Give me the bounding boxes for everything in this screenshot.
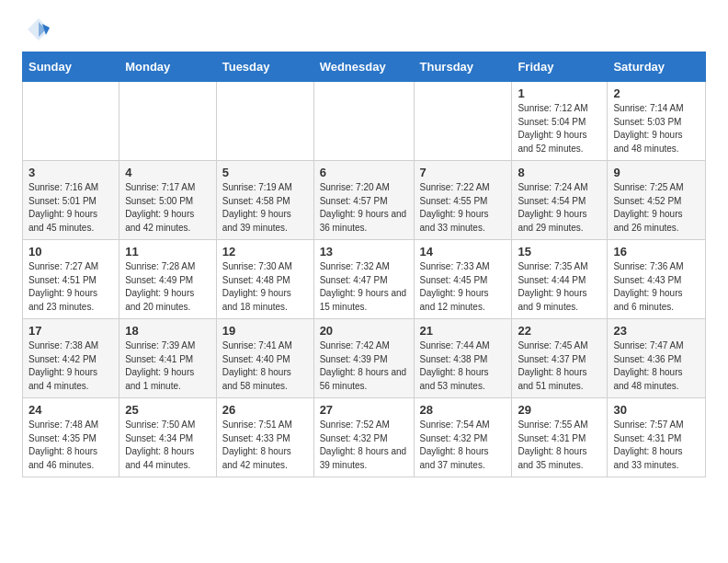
day-info: Sunrise: 7:14 AM Sunset: 5:03 PM Dayligh… xyxy=(613,103,683,154)
day-number: 1 xyxy=(518,86,601,100)
calendar-header-row: SundayMondayTuesdayWednesdayThursdayFrid… xyxy=(23,52,706,82)
day-number: 29 xyxy=(518,403,601,417)
day-number: 12 xyxy=(222,245,308,259)
day-number: 27 xyxy=(320,403,408,417)
day-number: 26 xyxy=(222,403,308,417)
day-info: Sunrise: 7:27 AM Sunset: 4:51 PM Dayligh… xyxy=(28,261,98,312)
day-number: 9 xyxy=(613,166,700,179)
calendar-week-row: 10Sunrise: 7:27 AM Sunset: 4:51 PM Dayli… xyxy=(23,240,706,319)
calendar-cell xyxy=(216,82,313,161)
day-info: Sunrise: 7:47 AM Sunset: 4:36 PM Dayligh… xyxy=(613,340,683,391)
day-of-week-header: Wednesday xyxy=(313,52,414,82)
calendar-cell xyxy=(119,82,217,161)
calendar-cell: 4Sunrise: 7:17 AM Sunset: 5:00 PM Daylig… xyxy=(119,161,217,240)
day-of-week-header: Monday xyxy=(119,52,217,82)
calendar-cell: 10Sunrise: 7:27 AM Sunset: 4:51 PM Dayli… xyxy=(23,240,119,319)
calendar-cell: 11Sunrise: 7:28 AM Sunset: 4:49 PM Dayli… xyxy=(119,240,217,319)
calendar-week-row: 3Sunrise: 7:16 AM Sunset: 5:01 PM Daylig… xyxy=(23,161,706,240)
day-number: 18 xyxy=(125,324,210,338)
day-of-week-header: Thursday xyxy=(414,52,512,82)
day-of-week-header: Friday xyxy=(512,52,608,82)
day-number: 23 xyxy=(613,324,700,338)
day-info: Sunrise: 7:35 AM Sunset: 4:44 PM Dayligh… xyxy=(518,261,587,312)
day-info: Sunrise: 7:32 AM Sunset: 4:47 PM Dayligh… xyxy=(320,261,407,312)
calendar-cell: 14Sunrise: 7:33 AM Sunset: 4:45 PM Dayli… xyxy=(414,240,512,319)
day-number: 16 xyxy=(613,245,700,259)
day-number: 15 xyxy=(518,245,601,259)
calendar-wrapper: SundayMondayTuesdayWednesdayThursdayFrid… xyxy=(0,52,728,488)
day-number: 6 xyxy=(320,166,408,179)
day-number: 3 xyxy=(28,166,113,179)
calendar-week-row: 1Sunrise: 7:12 AM Sunset: 5:04 PM Daylig… xyxy=(23,82,706,161)
calendar-cell: 26Sunrise: 7:51 AM Sunset: 4:33 PM Dayli… xyxy=(216,398,313,477)
day-info: Sunrise: 7:45 AM Sunset: 4:37 PM Dayligh… xyxy=(518,340,587,391)
day-info: Sunrise: 7:12 AM Sunset: 5:04 PM Dayligh… xyxy=(518,103,587,154)
calendar-cell: 27Sunrise: 7:52 AM Sunset: 4:32 PM Dayli… xyxy=(313,398,414,477)
calendar-cell: 13Sunrise: 7:32 AM Sunset: 4:47 PM Dayli… xyxy=(313,240,414,319)
page-header xyxy=(0,0,728,52)
calendar-cell: 2Sunrise: 7:14 AM Sunset: 5:03 PM Daylig… xyxy=(608,82,706,161)
calendar-week-row: 17Sunrise: 7:38 AM Sunset: 4:42 PM Dayli… xyxy=(23,319,706,398)
calendar-cell: 12Sunrise: 7:30 AM Sunset: 4:48 PM Dayli… xyxy=(216,240,313,319)
day-info: Sunrise: 7:33 AM Sunset: 4:45 PM Dayligh… xyxy=(420,261,490,312)
day-number: 24 xyxy=(28,403,113,417)
day-info: Sunrise: 7:52 AM Sunset: 4:32 PM Dayligh… xyxy=(320,419,407,470)
day-info: Sunrise: 7:30 AM Sunset: 4:48 PM Dayligh… xyxy=(222,261,292,312)
day-number: 14 xyxy=(420,245,506,259)
day-of-week-header: Saturday xyxy=(608,52,706,82)
day-info: Sunrise: 7:41 AM Sunset: 4:40 PM Dayligh… xyxy=(222,340,292,391)
calendar-cell: 19Sunrise: 7:41 AM Sunset: 4:40 PM Dayli… xyxy=(216,319,313,398)
calendar-cell: 21Sunrise: 7:44 AM Sunset: 4:38 PM Dayli… xyxy=(414,319,512,398)
day-number: 2 xyxy=(613,86,700,100)
calendar-cell xyxy=(414,82,512,161)
calendar-cell: 1Sunrise: 7:12 AM Sunset: 5:04 PM Daylig… xyxy=(512,82,608,161)
day-info: Sunrise: 7:25 AM Sunset: 4:52 PM Dayligh… xyxy=(613,182,683,233)
day-info: Sunrise: 7:48 AM Sunset: 4:35 PM Dayligh… xyxy=(28,419,98,470)
calendar-week-row: 24Sunrise: 7:48 AM Sunset: 4:35 PM Dayli… xyxy=(23,398,706,477)
calendar-cell: 7Sunrise: 7:22 AM Sunset: 4:55 PM Daylig… xyxy=(414,161,512,240)
calendar-cell: 23Sunrise: 7:47 AM Sunset: 4:36 PM Dayli… xyxy=(608,319,706,398)
calendar-cell xyxy=(23,82,119,161)
calendar-cell: 28Sunrise: 7:54 AM Sunset: 4:32 PM Dayli… xyxy=(414,398,512,477)
day-info: Sunrise: 7:42 AM Sunset: 4:39 PM Dayligh… xyxy=(320,340,407,391)
day-info: Sunrise: 7:17 AM Sunset: 5:00 PM Dayligh… xyxy=(125,182,195,233)
day-info: Sunrise: 7:19 AM Sunset: 4:58 PM Dayligh… xyxy=(222,182,292,233)
calendar-cell: 29Sunrise: 7:55 AM Sunset: 4:31 PM Dayli… xyxy=(512,398,608,477)
calendar-cell xyxy=(313,82,414,161)
calendar-cell: 9Sunrise: 7:25 AM Sunset: 4:52 PM Daylig… xyxy=(608,161,706,240)
calendar-cell: 18Sunrise: 7:39 AM Sunset: 4:41 PM Dayli… xyxy=(119,319,217,398)
day-number: 4 xyxy=(125,166,210,179)
day-number: 11 xyxy=(125,245,210,259)
day-number: 21 xyxy=(420,324,506,338)
calendar-table: SundayMondayTuesdayWednesdayThursdayFrid… xyxy=(22,52,706,477)
calendar-cell: 22Sunrise: 7:45 AM Sunset: 4:37 PM Dayli… xyxy=(512,319,608,398)
day-number: 22 xyxy=(518,324,601,338)
day-info: Sunrise: 7:54 AM Sunset: 4:32 PM Dayligh… xyxy=(420,419,490,470)
day-info: Sunrise: 7:39 AM Sunset: 4:41 PM Dayligh… xyxy=(125,340,195,391)
day-number: 5 xyxy=(222,166,308,179)
day-number: 20 xyxy=(320,324,408,338)
day-info: Sunrise: 7:16 AM Sunset: 5:01 PM Dayligh… xyxy=(28,182,98,233)
day-number: 25 xyxy=(125,403,210,417)
day-of-week-header: Sunday xyxy=(23,52,119,82)
calendar-cell: 24Sunrise: 7:48 AM Sunset: 4:35 PM Dayli… xyxy=(23,398,119,477)
calendar-cell: 6Sunrise: 7:20 AM Sunset: 4:57 PM Daylig… xyxy=(313,161,414,240)
calendar-cell: 16Sunrise: 7:36 AM Sunset: 4:43 PM Dayli… xyxy=(608,240,706,319)
day-number: 8 xyxy=(518,166,601,179)
day-info: Sunrise: 7:20 AM Sunset: 4:57 PM Dayligh… xyxy=(320,182,407,233)
day-number: 17 xyxy=(28,324,113,338)
day-info: Sunrise: 7:50 AM Sunset: 4:34 PM Dayligh… xyxy=(125,419,195,470)
day-of-week-header: Tuesday xyxy=(216,52,313,82)
day-number: 13 xyxy=(320,245,408,259)
calendar-cell: 30Sunrise: 7:57 AM Sunset: 4:31 PM Dayli… xyxy=(608,398,706,477)
day-number: 19 xyxy=(222,324,308,338)
calendar-cell: 20Sunrise: 7:42 AM Sunset: 4:39 PM Dayli… xyxy=(313,319,414,398)
calendar-cell: 17Sunrise: 7:38 AM Sunset: 4:42 PM Dayli… xyxy=(23,319,119,398)
day-info: Sunrise: 7:28 AM Sunset: 4:49 PM Dayligh… xyxy=(125,261,195,312)
day-info: Sunrise: 7:51 AM Sunset: 4:33 PM Dayligh… xyxy=(222,419,292,470)
day-info: Sunrise: 7:44 AM Sunset: 4:38 PM Dayligh… xyxy=(420,340,490,391)
calendar-cell: 25Sunrise: 7:50 AM Sunset: 4:34 PM Dayli… xyxy=(119,398,217,477)
day-info: Sunrise: 7:55 AM Sunset: 4:31 PM Dayligh… xyxy=(518,419,587,470)
calendar-cell: 8Sunrise: 7:24 AM Sunset: 4:54 PM Daylig… xyxy=(512,161,608,240)
day-info: Sunrise: 7:57 AM Sunset: 4:31 PM Dayligh… xyxy=(613,419,683,470)
